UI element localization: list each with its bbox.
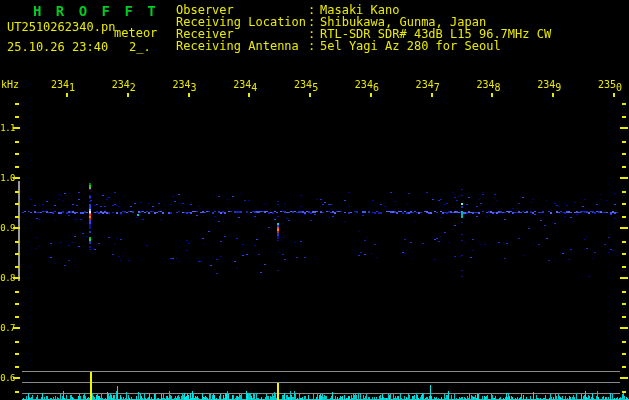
freq-minor-tick-left — [15, 203, 19, 205]
freq-minor-tick-right — [622, 103, 626, 105]
time-label-2350: 2350 — [598, 79, 622, 90]
freq-major-tick-left — [13, 177, 20, 179]
freq-minor-tick-right — [622, 303, 626, 305]
time-label-2345: 2345 — [294, 79, 318, 90]
freq-minor-tick-right — [622, 191, 626, 193]
freq-major-tick-right — [620, 177, 628, 179]
freq-major-tick-right — [620, 127, 628, 129]
freq-minor-tick-left — [15, 366, 19, 368]
freq-minor-tick-left — [15, 191, 19, 193]
info-row-location: Receiving Location : Shibukawa, Gunma, J… — [0, 15, 629, 27]
time-tick-2349 — [552, 93, 554, 97]
info-label: Receiving Antenna — [176, 39, 299, 53]
time-tick-2344 — [248, 93, 250, 97]
freq-minor-tick-right — [622, 316, 626, 318]
freq-minor-tick-right — [622, 366, 626, 368]
freq-major-tick-left — [13, 227, 20, 229]
time-label-2342: 2342 — [112, 79, 136, 90]
freq-minor-tick-right — [622, 116, 626, 118]
time-tick-2347 — [431, 93, 433, 97]
freq-minor-tick-right — [622, 291, 626, 293]
freq-major-tick-right — [620, 277, 628, 279]
freq-minor-tick-right — [622, 216, 626, 218]
freq-minor-tick-left — [15, 153, 19, 155]
freq-minor-tick-left — [15, 266, 19, 268]
time-tick-2348 — [491, 93, 493, 97]
freq-minor-tick-right — [622, 253, 626, 255]
time-tick-2346 — [370, 93, 372, 97]
freq-minor-tick-left — [15, 353, 19, 355]
freq-major-tick-right — [620, 227, 628, 229]
freq-minor-tick-left — [15, 116, 19, 118]
info-value: 5el Yagi Az 280 for Seoul — [320, 39, 501, 53]
freq-major-tick-left — [13, 277, 20, 279]
freq-unit-label: kHz — [1, 79, 19, 90]
time-tick-2343 — [188, 93, 190, 97]
time-tick-2345 — [309, 93, 311, 97]
freq-minor-tick-left — [15, 241, 19, 243]
freq-major-tick-left — [13, 327, 20, 329]
freq-minor-tick-left — [15, 141, 19, 143]
freq-minor-tick-right — [622, 203, 626, 205]
freq-minor-tick-right — [622, 266, 626, 268]
freq-minor-tick-left — [15, 303, 19, 305]
freq-minor-tick-left — [15, 103, 19, 105]
info-row-observer: Observer : Masaki Kano — [0, 3, 629, 15]
freq-minor-tick-left — [15, 253, 19, 255]
freq-minor-tick-left — [15, 291, 19, 293]
time-label-2341: 2341 — [51, 79, 75, 90]
hrofft-screen: H R O F F T UT2510262340.pn meteor 25.10… — [0, 0, 629, 400]
freq-minor-tick-left — [15, 341, 19, 343]
spectrogram-canvas — [0, 0, 629, 400]
freq-minor-tick-right — [622, 141, 626, 143]
info-colon: : — [308, 39, 315, 53]
time-label-2344: 2344 — [233, 79, 257, 90]
time-tick-2341 — [66, 93, 68, 97]
time-label-2343: 2343 — [173, 79, 197, 90]
freq-minor-tick-right — [622, 241, 626, 243]
info-row-antenna: Receiving Antenna : 5el Yagi Az 280 for … — [0, 39, 629, 51]
freq-minor-tick-right — [622, 153, 626, 155]
freq-minor-tick-right — [622, 391, 626, 393]
freq-major-tick-right — [620, 377, 628, 379]
time-label-2347: 2347 — [416, 79, 440, 90]
time-label-2348: 2348 — [476, 79, 500, 90]
freq-minor-tick-right — [622, 341, 626, 343]
freq-major-tick-left — [13, 127, 20, 129]
time-tick-2350 — [613, 93, 615, 97]
freq-minor-tick-right — [622, 353, 626, 355]
time-label-2349: 2349 — [537, 79, 561, 90]
time-label-2346: 2346 — [355, 79, 379, 90]
freq-major-tick-left — [13, 377, 20, 379]
freq-minor-tick-right — [622, 166, 626, 168]
freq-minor-tick-left — [15, 391, 19, 393]
info-row-receiver: Receiver : RTL-SDR SDR# 43dB L15 96.7MHz… — [0, 27, 629, 39]
freq-minor-tick-left — [15, 216, 19, 218]
time-tick-2342 — [127, 93, 129, 97]
freq-minor-tick-left — [15, 166, 19, 168]
freq-major-tick-right — [620, 327, 628, 329]
freq-minor-tick-left — [15, 316, 19, 318]
